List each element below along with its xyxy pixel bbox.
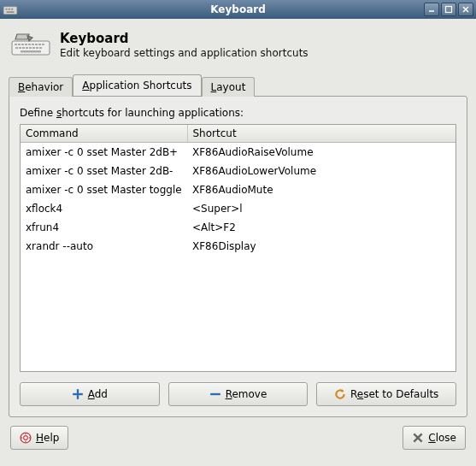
table-row[interactable]: amixer -c 0 sset Master toggleXF86AudioM… [21,180,455,199]
svg-rect-27 [21,50,41,53]
svg-rect-1 [5,9,7,10]
reset-button[interactable]: Reset to Defaults [316,382,456,406]
col-shortcut[interactable]: Shortcut [187,125,455,143]
dialog-subtitle: Edit keyboard settings and application s… [60,47,309,59]
svg-rect-25 [36,47,38,49]
dialog-header: Keyboard Edit keyboard settings and appl… [9,27,467,62]
plus-icon [72,388,84,400]
cell-shortcut: XF86AudioLowerVolume [187,162,455,180]
titlebar[interactable]: Keyboard [0,0,476,19]
svg-rect-21 [22,47,25,49]
refresh-icon [334,388,346,400]
tab-panel: Define shortcuts for launching applicati… [9,96,467,417]
remove-button[interactable]: Remove [168,382,309,406]
window-title: Keyboard [0,3,476,15]
svg-rect-15 [32,44,34,45]
tab-bar: Behavior Application Shortcuts Layout [9,74,467,96]
tab-layout[interactable]: Layout [202,77,256,97]
col-command[interactable]: Command [21,125,187,143]
add-button[interactable]: Add [20,382,160,406]
svg-rect-13 [25,44,27,45]
table-row[interactable]: xrandr --autoXF86Display [21,237,455,256]
close-dialog-button[interactable]: Close [403,426,466,450]
svg-rect-0 [3,7,17,15]
svg-rect-6 [446,7,452,13]
app-icon [3,2,18,17]
tab-application-shortcuts[interactable]: Application Shortcuts [73,74,201,96]
svg-rect-20 [19,47,21,49]
svg-rect-10 [15,44,17,45]
cell-shortcut: <Alt>F2 [187,218,455,237]
svg-rect-12 [21,44,24,45]
svg-rect-26 [39,47,42,49]
minimize-button[interactable] [424,3,439,16]
svg-rect-19 [15,47,18,49]
cell-command: amixer -c 0 sset Master 2dB- [21,162,187,180]
cell-command: xfrun4 [21,218,187,237]
svg-rect-23 [29,47,32,49]
minus-icon [209,388,221,400]
cell-command: xflock4 [21,199,187,218]
help-icon [20,432,32,444]
svg-rect-4 [7,11,15,13]
svg-rect-2 [9,9,10,10]
cell-command: xrandr --auto [21,237,187,256]
cell-shortcut: XF86Display [187,237,455,256]
maximize-button[interactable] [441,3,456,16]
keyboard-icon [10,32,51,56]
svg-rect-17 [38,44,41,45]
table-row[interactable]: amixer -c 0 sset Master 2dB+XF86AudioRai… [21,143,455,162]
svg-rect-18 [42,44,44,45]
tab-behavior[interactable]: Behavior [9,77,73,97]
cell-shortcut: XF86AudioMute [187,180,455,199]
define-label: Define shortcuts for launching applicati… [20,107,456,119]
cell-command: amixer -c 0 sset Master toggle [21,180,187,199]
table-row[interactable]: amixer -c 0 sset Master 2dB-XF86AudioLow… [21,162,455,180]
svg-rect-24 [32,47,35,49]
svg-rect-22 [26,47,28,49]
shortcuts-table[interactable]: Command Shortcut amixer -c 0 sset Master… [20,124,456,372]
svg-rect-14 [28,44,31,45]
table-row[interactable]: xflock4<Super>l [21,199,455,218]
table-row[interactable]: xfrun4<Alt>F2 [21,218,455,237]
close-button[interactable] [458,3,473,16]
svg-rect-3 [11,9,13,10]
table-header-row: Command Shortcut [21,125,455,143]
cell-shortcut: <Super>l [187,199,455,218]
svg-rect-16 [35,44,38,45]
svg-rect-11 [18,44,21,45]
cell-command: amixer -c 0 sset Master 2dB+ [21,143,187,162]
help-button[interactable]: Help [10,426,68,450]
cell-shortcut: XF86AudioRaiseVolume [187,143,455,162]
dialog-title: Keyboard [60,31,309,46]
close-icon [412,432,424,444]
